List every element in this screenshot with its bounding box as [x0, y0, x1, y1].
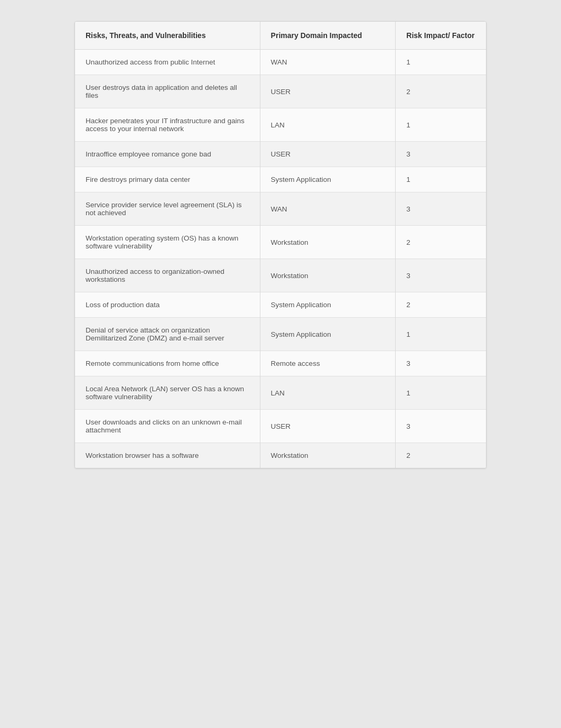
primary-domain: USER: [260, 142, 396, 167]
risk-impact: 2: [396, 443, 486, 468]
primary-domain: System Application: [260, 167, 396, 192]
risk-impact: 1: [396, 376, 486, 410]
table-row: Denial of service attack on organization…: [75, 318, 486, 351]
table-row: Workstation browser has a softwareWorkst…: [75, 443, 486, 468]
risk-impact: 3: [396, 142, 486, 167]
risk-table: Risks, Threats, and Vulnerabilities Prim…: [75, 22, 486, 468]
table-row: Hacker penetrates your IT infrastructure…: [75, 108, 486, 142]
risk-description: Hacker penetrates your IT infrastructure…: [75, 108, 260, 142]
primary-domain: LAN: [260, 376, 396, 410]
risk-impact: 2: [396, 292, 486, 318]
risk-description: Unauthorized access from public Internet: [75, 50, 260, 75]
risk-description: Denial of service attack on organization…: [75, 318, 260, 351]
primary-domain: USER: [260, 75, 396, 108]
table-row: Unauthorized access to organization-owne…: [75, 259, 486, 292]
risk-description: Loss of production data: [75, 292, 260, 318]
risk-description: Fire destroys primary data center: [75, 167, 260, 192]
primary-domain: System Application: [260, 292, 396, 318]
table-row: Unauthorized access from public Internet…: [75, 50, 486, 75]
primary-domain: System Application: [260, 318, 396, 351]
risk-description: Intraoffice employee romance gone bad: [75, 142, 260, 167]
primary-domain: LAN: [260, 108, 396, 142]
risk-impact: 1: [396, 318, 486, 351]
risk-impact: 2: [396, 226, 486, 259]
table-header-row: Risks, Threats, and Vulnerabilities Prim…: [75, 22, 486, 50]
primary-domain: WAN: [260, 50, 396, 75]
col-header-risks: Risks, Threats, and Vulnerabilities: [75, 22, 260, 50]
risk-impact: 2: [396, 75, 486, 108]
risk-impact: 3: [396, 351, 486, 376]
risk-description: Unauthorized access to organization-owne…: [75, 259, 260, 292]
risk-description: Workstation browser has a software: [75, 443, 260, 468]
risk-impact: 3: [396, 192, 486, 226]
col-header-domain: Primary Domain Impacted: [260, 22, 396, 50]
table-row: Local Area Network (LAN) server OS has a…: [75, 376, 486, 410]
table-row: Remote communications from home officeRe…: [75, 351, 486, 376]
primary-domain: Workstation: [260, 259, 396, 292]
risk-description: User downloads and clicks on an unknown …: [75, 410, 260, 443]
table-row: Intraoffice employee romance gone badUSE…: [75, 142, 486, 167]
risk-impact: 1: [396, 108, 486, 142]
table-row: Fire destroys primary data centerSystem …: [75, 167, 486, 192]
risk-table-container: Risks, Threats, and Vulnerabilities Prim…: [74, 21, 487, 468]
risk-description: Remote communications from home office: [75, 351, 260, 376]
risk-description: Local Area Network (LAN) server OS has a…: [75, 376, 260, 410]
risk-impact: 1: [396, 167, 486, 192]
primary-domain: WAN: [260, 192, 396, 226]
risk-description: Service provider service level agreement…: [75, 192, 260, 226]
risk-impact: 3: [396, 410, 486, 443]
primary-domain: Workstation: [260, 226, 396, 259]
primary-domain: Remote access: [260, 351, 396, 376]
table-row: Workstation operating system (OS) has a …: [75, 226, 486, 259]
risk-description: User destroys data in application and de…: [75, 75, 260, 108]
table-row: Loss of production dataSystem Applicatio…: [75, 292, 486, 318]
risk-impact: 3: [396, 259, 486, 292]
primary-domain: Workstation: [260, 443, 396, 468]
risk-description: Workstation operating system (OS) has a …: [75, 226, 260, 259]
table-row: User downloads and clicks on an unknown …: [75, 410, 486, 443]
primary-domain: USER: [260, 410, 396, 443]
table-row: User destroys data in application and de…: [75, 75, 486, 108]
table-row: Service provider service level agreement…: [75, 192, 486, 226]
col-header-impact: Risk Impact/ Factor: [396, 22, 486, 50]
risk-impact: 1: [396, 50, 486, 75]
